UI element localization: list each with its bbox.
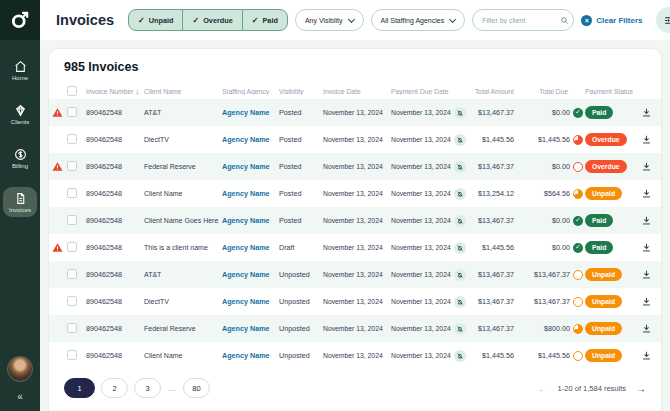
client-name: This is a client name bbox=[144, 244, 222, 251]
row-checkbox[interactable] bbox=[67, 215, 77, 225]
payment-due-date-cell: November 13, 2024 bbox=[391, 269, 467, 281]
filter-overdue-button[interactable]: ✓ Overdue bbox=[183, 10, 242, 30]
row-checkbox[interactable] bbox=[67, 296, 77, 306]
reminder-muted-icon[interactable] bbox=[454, 269, 466, 281]
staffing-agency-link[interactable]: Agency Name bbox=[222, 297, 270, 306]
logo-icon bbox=[10, 10, 30, 30]
invoice-number: 890462548 bbox=[86, 243, 144, 252]
row-checkbox[interactable] bbox=[67, 242, 77, 252]
table-row: 890462548 Client Name Agency Name Unpost… bbox=[49, 342, 661, 369]
staffing-agency-link[interactable]: Agency Name bbox=[222, 108, 270, 117]
reminder-muted-icon[interactable] bbox=[454, 323, 466, 335]
total-due: $0.00 bbox=[552, 162, 570, 171]
row-checkbox-cell bbox=[67, 107, 86, 119]
staffing-agency-link[interactable]: Agency Name bbox=[222, 162, 270, 171]
sidebar-item-clients[interactable]: Clients bbox=[3, 99, 37, 129]
client-name: AT&T bbox=[144, 271, 222, 278]
staffing-agency-link[interactable]: Agency Name bbox=[222, 243, 270, 252]
reminder-muted-icon[interactable] bbox=[454, 296, 466, 308]
client-search bbox=[472, 9, 574, 31]
staffing-agency-link[interactable]: Agency Name bbox=[222, 135, 270, 144]
sidebar-item-invoices[interactable]: Invoices bbox=[3, 187, 37, 217]
table-body: 890462548 AT&T Agency Name Posted Novemb… bbox=[49, 99, 661, 369]
row-checkbox[interactable] bbox=[67, 107, 77, 117]
select-all-checkbox[interactable] bbox=[67, 86, 77, 96]
client-search-input[interactable] bbox=[482, 17, 554, 24]
filter-paid-button[interactable]: ✓ Paid bbox=[243, 10, 287, 30]
payment-status-cell: Paid bbox=[585, 241, 635, 254]
advanced-filters-button[interactable] bbox=[656, 7, 670, 33]
staffing-agency-cell: Agency Name bbox=[222, 297, 279, 306]
table-header-row: Invoice Number↓ Client Name Staffing Age… bbox=[49, 83, 661, 99]
download-invoice-button[interactable] bbox=[635, 269, 657, 280]
agency-dropdown[interactable]: All Staffing Agencies bbox=[371, 9, 466, 31]
reminder-muted-icon[interactable] bbox=[454, 107, 466, 119]
sidebar-item-home[interactable]: Home bbox=[3, 55, 37, 85]
content-area: 985 Invoices Invoice Number↓ Client Name… bbox=[40, 40, 670, 411]
check-icon: ✓ bbox=[138, 16, 145, 25]
filter-unpaid-button[interactable]: ✓ Unpaid bbox=[129, 10, 183, 30]
row-checkbox[interactable] bbox=[67, 161, 77, 171]
topbar: Invoices ✓ Unpaid ✓ Overdue ✓ Paid Any V… bbox=[40, 0, 670, 40]
previous-page-icon[interactable]: ← bbox=[538, 383, 548, 394]
due-status-icon bbox=[573, 189, 583, 199]
status-badge: Overdue bbox=[585, 133, 627, 146]
page-button-2[interactable]: 2 bbox=[101, 378, 128, 398]
staffing-agency-link[interactable]: Agency Name bbox=[222, 189, 270, 198]
download-invoice-button[interactable] bbox=[635, 323, 657, 334]
row-checkbox[interactable] bbox=[67, 350, 77, 360]
staffing-agency-cell: Agency Name bbox=[222, 108, 279, 117]
download-invoice-button[interactable] bbox=[635, 134, 657, 145]
user-avatar[interactable] bbox=[7, 356, 33, 382]
invoice-number: 890462548 bbox=[86, 108, 144, 117]
reminder-muted-icon[interactable] bbox=[454, 215, 466, 227]
column-invoice-number[interactable]: Invoice Number↓ bbox=[86, 88, 144, 95]
sidebar-item-billing[interactable]: Billing bbox=[3, 143, 37, 173]
download-invoice-button[interactable] bbox=[635, 350, 657, 361]
row-checkbox[interactable] bbox=[67, 134, 77, 144]
download-invoice-button[interactable] bbox=[635, 296, 657, 307]
visibility-value: Posted bbox=[279, 108, 323, 117]
download-invoice-button[interactable] bbox=[635, 161, 657, 172]
download-invoice-button[interactable] bbox=[635, 215, 657, 226]
row-checkbox-cell bbox=[67, 296, 86, 308]
reminder-muted-icon[interactable] bbox=[454, 350, 466, 362]
download-icon bbox=[641, 215, 652, 226]
payment-due-date-cell: November 13, 2024 bbox=[391, 242, 467, 254]
reminder-muted-icon[interactable] bbox=[454, 161, 466, 173]
payment-status-cell: Unpaid bbox=[585, 295, 635, 308]
total-due: $1,445.56 bbox=[538, 351, 570, 360]
staffing-agency-link[interactable]: Agency Name bbox=[222, 216, 270, 225]
client-name: Client Name bbox=[144, 190, 222, 197]
row-checkbox-cell bbox=[67, 323, 86, 335]
next-page-icon[interactable]: → bbox=[636, 383, 646, 394]
page-button-3[interactable]: 3 bbox=[134, 378, 161, 398]
chevron-down-icon bbox=[347, 15, 354, 22]
download-invoice-button[interactable] bbox=[635, 107, 657, 118]
clear-filters-button[interactable]: × Clear Filters bbox=[581, 15, 642, 26]
download-invoice-button[interactable] bbox=[635, 242, 657, 253]
row-checkbox[interactable] bbox=[67, 269, 77, 279]
status-badge: Unpaid bbox=[585, 295, 622, 308]
invoices-count-title: 985 Invoices bbox=[64, 60, 661, 74]
due-status-icon bbox=[573, 270, 583, 280]
reminder-muted-icon[interactable] bbox=[454, 188, 466, 200]
table-row: 890462548 DiectTV Agency Name Posted Nov… bbox=[49, 126, 661, 153]
staffing-agency-link[interactable]: Agency Name bbox=[222, 324, 270, 333]
invoice-date: November 13, 2024 bbox=[323, 163, 391, 170]
row-checkbox[interactable] bbox=[67, 323, 77, 333]
reminder-muted-icon[interactable] bbox=[454, 134, 466, 146]
sidebar-collapse-icon[interactable]: « bbox=[17, 391, 23, 402]
visibility-dropdown[interactable]: Any Visiblity bbox=[295, 9, 364, 31]
total-amount: $13,467.37 bbox=[467, 270, 519, 279]
invoice-date: November 13, 2024 bbox=[323, 109, 391, 116]
page-button-80[interactable]: 80 bbox=[183, 378, 210, 398]
download-invoice-button[interactable] bbox=[635, 188, 657, 199]
row-checkbox[interactable] bbox=[67, 188, 77, 198]
reminder-muted-icon[interactable] bbox=[454, 242, 466, 254]
staffing-agency-link[interactable]: Agency Name bbox=[222, 270, 270, 279]
staffing-agency-link[interactable]: Agency Name bbox=[222, 351, 270, 360]
total-amount: $13,467.37 bbox=[467, 324, 519, 333]
staffing-agency-cell: Agency Name bbox=[222, 270, 279, 279]
page-button-1[interactable]: 1 bbox=[64, 378, 95, 398]
